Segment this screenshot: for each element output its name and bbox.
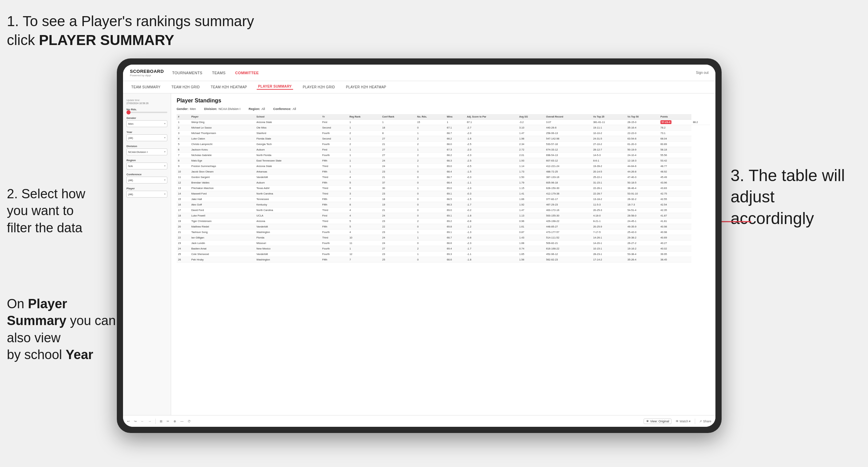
table-row: 8Mats EgeEast Tennessee StateFifth124268…	[177, 158, 710, 164]
col-top25: Vs Top 25	[592, 114, 626, 120]
region-label: Region	[126, 159, 167, 162]
col-adj-score: Adj. Score to Par	[466, 114, 518, 120]
table-row: 14Maxwell FordNorth CarolinaThird323069.…	[177, 191, 710, 197]
toolbar-divider-1	[155, 419, 156, 424]
player-caret: ▾	[164, 193, 166, 196]
filter-gender: Gender: Men	[177, 107, 196, 111]
table-row: 16Alex GoffKentuckyFifth819068.3-1.71.92…	[177, 202, 710, 208]
division-select[interactable]: NCAA Division I ▾	[126, 148, 167, 155]
table-row: 12Brendan ValdesAuburnFifth537068.4-1.11…	[177, 180, 710, 186]
division-caret: ▾	[164, 151, 166, 153]
col-rank: #	[177, 114, 190, 120]
table-row: 19Tiger ChristensenArizonaThird523269.2-…	[177, 219, 710, 224]
nav-item-tournaments[interactable]: TOURNAMENTS	[172, 71, 202, 75]
subnav-team-summary[interactable]: TEAM SUMMARY	[130, 85, 162, 89]
year-caret: ▾	[164, 136, 166, 139]
table-title: Player Standings	[177, 98, 221, 104]
filter-row: Gender: Men Division: NCAA Division I Re…	[177, 107, 710, 111]
main-content: Update time: 27/03/2024 16:56:26 No Rds.…	[123, 93, 715, 415]
toolbar-timer[interactable]: ⏱	[188, 420, 191, 423]
toolbar-add[interactable]: ⊕	[174, 420, 176, 423]
table-row: 4Luke ClatonFlorida StateSecond127268.2-…	[177, 136, 710, 142]
table-row: 3Michael ThorbjornsenStanfordFourth28168…	[177, 131, 710, 136]
bottom-toolbar: ↩ ↪ ← → ⊞ ✂ ⊕ — ⏱ 👁 View: Original 👁 Wat…	[123, 415, 715, 427]
subnav-player-h2h-heatmap[interactable]: PLAYER H2H HEATMAP	[345, 85, 388, 89]
table-header-section: Player Standings	[177, 98, 710, 104]
view-original-btn[interactable]: 👁 View: Original	[644, 419, 671, 424]
year-select[interactable]: (All) ▾	[126, 134, 167, 141]
nav-item-teams[interactable]: TEAMS	[212, 71, 225, 75]
subnav-team-h2h-grid[interactable]: TEAM H2H GRID	[170, 85, 201, 89]
col-avg-sg: Avg SG	[518, 114, 545, 120]
col-conf-rank: Conf Rank	[381, 114, 416, 120]
table-row: 18Luke PowellUCLAFirst424069.1-1.81.1350…	[177, 213, 710, 219]
table-row: 1Wenyi DingArizona StateFirst1115167.1-3…	[177, 120, 710, 125]
subnav-player-h2h-grid[interactable]: PLAYER H2H GRID	[301, 85, 336, 89]
toolbar-redo[interactable]: ↪	[134, 420, 137, 423]
table-row: 26Petr HrubyWashingtonFifth725068.6-1.81…	[177, 257, 710, 263]
logo-sub: Powered by dippi	[130, 74, 164, 77]
annotation-1: 1. To see a Player's rankings summary cl…	[7, 12, 268, 49]
division-label: Division	[126, 145, 167, 148]
standings-table: # Player School Yr Reg Rank Conf Rank No…	[177, 114, 710, 263]
col-reg-rank: Reg Rank	[348, 114, 381, 120]
col-overall: Overall Record	[545, 114, 592, 120]
table-row: 13Phichaksn MaichonTexas A&MThird630169.…	[177, 186, 710, 191]
table-row: 21Tashsun SongWashingtonFourth423169.1-1…	[177, 230, 710, 235]
sign-out-link[interactable]: Sign out	[696, 71, 709, 75]
slider-track[interactable]	[126, 112, 167, 113]
table-row: 20Matthew RiedelVanderbiltFifth522069.8-…	[177, 224, 710, 230]
col-points: Points	[659, 114, 691, 120]
table-row: 25Cole SherwoodVanderbiltFourth1223169.3…	[177, 252, 710, 257]
update-time: 27/03/2024 16:56:26	[126, 102, 167, 104]
watch-btn[interactable]: 👁 Watch ▾	[676, 420, 691, 423]
share-btn[interactable]: ↗ Share	[699, 420, 711, 423]
region-select[interactable]: N/A ▾	[126, 163, 167, 169]
subnav-player-summary[interactable]: PLAYER SUMMARY	[257, 85, 293, 90]
gender-label: Gender	[126, 116, 167, 120]
toolbar-divider-2	[695, 419, 695, 424]
navbar: SCOREBOARD Powered by dippi TOURNAMENTS …	[123, 65, 715, 81]
slider-thumb[interactable]	[126, 110, 131, 114]
toolbar-back[interactable]: ←	[141, 420, 144, 423]
filter-conference: Conference: All	[273, 107, 296, 111]
col-player: Player	[190, 114, 255, 120]
table-row: 17David FordNorth CarolinaThird421069.0-…	[177, 208, 710, 213]
table-row: 11Gordon SargentVanderbiltThird421068.7-…	[177, 175, 710, 180]
gender-caret: ▾	[164, 122, 166, 125]
col-yr: Yr	[321, 114, 348, 120]
col-school: School	[255, 114, 321, 120]
toolbar-grid[interactable]: ⊞	[160, 420, 163, 423]
annotation-2: 2. Select how you want to filter the dat…	[7, 186, 124, 236]
table-row: 9Preston SummerhaysArizona StateThird124…	[177, 164, 710, 169]
subnav: TEAM SUMMARY TEAM H2H GRID TEAM H2H HEAT…	[123, 81, 715, 93]
toolbar-undo[interactable]: ↩	[127, 420, 130, 423]
toolbar-forward[interactable]: →	[148, 420, 151, 423]
table-row: 6Jackson KoivuAuburnFirst127167.3-2.02.7…	[177, 147, 710, 153]
player-select[interactable]: (All) ▾	[126, 191, 167, 198]
col-top50: Vs Top 50	[626, 114, 659, 120]
conference-caret: ▾	[164, 179, 166, 181]
tablet: SCOREBOARD Powered by dippi TOURNAMENTS …	[117, 58, 722, 433]
gender-select[interactable]: Men ▾	[126, 120, 167, 127]
toolbar-minus[interactable]: —	[180, 420, 183, 423]
region-caret: ▾	[164, 165, 166, 167]
year-label: Year	[126, 131, 167, 134]
table-row: 15Jake HallTennesseeFifth718068.5-1.51.6…	[177, 197, 710, 202]
logo-text: SCOREBOARD	[130, 69, 164, 74]
table-row: 22Ian GilliganFloridaThird1024168.7-0.81…	[177, 235, 710, 241]
subnav-team-h2h-heatmap[interactable]: TEAM H2H HEATMAP	[209, 85, 248, 89]
filter-division: Division: NCAA Division I	[204, 107, 241, 111]
table-row: 23Jack LundinMissouriFourth1124068.6-2.3…	[177, 241, 710, 246]
no-rds-label: No Rds.	[126, 108, 167, 111]
table-row: 7Nicholas GabrieleNorth FloridaFourth127…	[177, 153, 710, 158]
col-no-rds: No. Rds.	[416, 114, 445, 120]
conference-select[interactable]: (All) ▾	[126, 177, 167, 184]
update-label: Update time:	[126, 99, 167, 101]
table-row: 5Christo LamprechtGeorgia TechFourth2212…	[177, 142, 710, 147]
toolbar-cut[interactable]: ✂	[167, 420, 169, 423]
table-row: 10Jacob Skov OlesenArkansasFifth123068.4…	[177, 169, 710, 175]
nav-right: Sign out	[696, 71, 709, 75]
nav-item-committee[interactable]: COMMITTEE	[235, 71, 259, 75]
table-row: 24Bastien AmatNew MexicoFourth127269.4-1…	[177, 246, 710, 252]
